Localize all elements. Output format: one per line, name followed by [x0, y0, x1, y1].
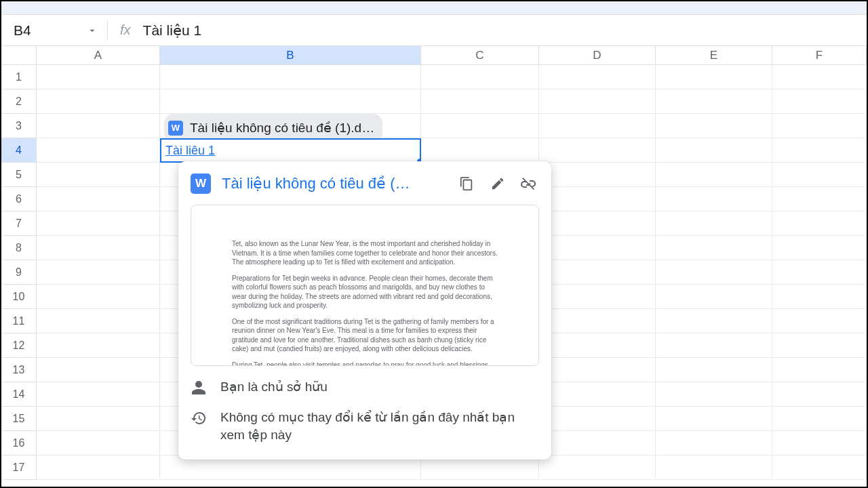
col-header-B[interactable]: B [160, 46, 421, 64]
cell-A10[interactable] [37, 285, 160, 309]
cell-D8[interactable] [539, 236, 656, 260]
cell-C4[interactable] [421, 138, 539, 163]
cell-D11[interactable] [539, 309, 656, 333]
cell-E6[interactable] [656, 187, 772, 211]
cell-E1[interactable] [656, 65, 772, 89]
cell-F14[interactable] [772, 382, 867, 407]
cell-E7[interactable] [656, 211, 772, 236]
row-header[interactable]: 16 [1, 431, 37, 455]
cell-A5[interactable] [37, 163, 160, 187]
row-header[interactable]: 14 [1, 382, 37, 407]
cell-D9[interactable] [539, 260, 656, 285]
copy-icon[interactable] [456, 174, 477, 194]
cell-A14[interactable] [37, 382, 160, 407]
cell-E4[interactable] [656, 138, 772, 163]
cell-D3[interactable] [539, 114, 656, 138]
cell-B1[interactable] [160, 65, 421, 89]
hover-card-title[interactable]: Tài liệu không có tiêu đề (… [222, 175, 446, 192]
cell-A7[interactable] [37, 211, 160, 236]
formula-input[interactable] [143, 22, 861, 39]
cell-F2[interactable] [772, 89, 867, 114]
cell-E14[interactable] [656, 382, 772, 407]
cell-E16[interactable] [656, 431, 772, 455]
cell-A2[interactable] [37, 89, 160, 114]
row-header[interactable]: 17 [1, 455, 37, 480]
cell-C3[interactable] [421, 114, 539, 138]
cell-F17[interactable] [772, 455, 867, 480]
cell-F9[interactable] [772, 260, 867, 285]
cell-F12[interactable] [772, 333, 867, 358]
cell-F10[interactable] [772, 285, 867, 309]
document-preview[interactable]: Tet, also known as the Lunar New Year, i… [191, 205, 539, 366]
cell-A8[interactable] [37, 236, 160, 260]
cell-D15[interactable] [539, 407, 656, 431]
select-all-corner[interactable] [1, 46, 37, 64]
cell-C1[interactable] [421, 65, 539, 89]
cell-E9[interactable] [656, 260, 772, 285]
row-header[interactable]: 6 [1, 187, 37, 211]
unlink-icon[interactable] [519, 174, 539, 194]
cell-D10[interactable] [539, 285, 656, 309]
cell-D2[interactable] [539, 89, 656, 114]
cell-E17[interactable] [656, 455, 772, 480]
cell-A9[interactable] [37, 260, 160, 285]
cell-E3[interactable] [656, 114, 772, 138]
cell-F1[interactable] [772, 65, 867, 89]
cell-D7[interactable] [539, 211, 656, 236]
cell-F5[interactable] [772, 163, 867, 187]
cell-E11[interactable] [656, 309, 772, 333]
cell-E13[interactable] [656, 358, 772, 382]
cell-D6[interactable] [539, 187, 656, 211]
cell-A6[interactable] [37, 187, 160, 211]
cell-D4[interactable] [539, 138, 656, 163]
row-header[interactable]: 15 [1, 407, 37, 431]
cell-B4[interactable]: Tài liêu 1 [160, 138, 421, 163]
cell-D14[interactable] [539, 382, 656, 407]
cell-B3[interactable]: WTài liệu không có tiêu đề (1).d… [160, 114, 421, 138]
cell-D17[interactable] [539, 455, 656, 480]
row-header[interactable]: 12 [1, 333, 37, 358]
cell-C2[interactable] [421, 89, 539, 114]
file-chip[interactable]: WTài liệu không có tiêu đề (1).d… [164, 114, 382, 138]
col-header-A[interactable]: A [37, 46, 160, 64]
cell-A13[interactable] [37, 358, 160, 382]
cell-E8[interactable] [656, 236, 772, 260]
cell-A3[interactable] [37, 114, 160, 138]
cell-D1[interactable] [539, 65, 656, 89]
row-header[interactable]: 11 [1, 309, 37, 333]
cell-E10[interactable] [656, 285, 772, 309]
cell-F13[interactable] [772, 358, 867, 382]
cell-A12[interactable] [37, 333, 160, 358]
row-header[interactable]: 1 [1, 65, 37, 89]
cell-A11[interactable] [37, 309, 160, 333]
cell-D13[interactable] [539, 358, 656, 382]
row-header[interactable]: 8 [1, 236, 37, 260]
cell-link[interactable]: Tài liêu 1 [165, 144, 215, 157]
cell-D5[interactable] [539, 163, 656, 187]
col-header-F[interactable]: F [772, 46, 867, 64]
row-header[interactable]: 3 [1, 114, 37, 138]
cell-F4[interactable] [772, 138, 867, 163]
cell-F11[interactable] [772, 309, 867, 333]
row-header[interactable]: 4 [1, 138, 37, 163]
cell-E15[interactable] [656, 407, 772, 431]
cell-B2[interactable] [160, 89, 421, 114]
cell-F7[interactable] [772, 211, 867, 236]
cell-A17[interactable] [37, 455, 160, 480]
row-header[interactable]: 9 [1, 260, 37, 285]
cell-F8[interactable] [772, 236, 867, 260]
cell-F3[interactable] [772, 114, 867, 138]
col-header-D[interactable]: D [539, 46, 656, 64]
cell-F6[interactable] [772, 187, 867, 211]
cell-A16[interactable] [37, 431, 160, 455]
cell-F16[interactable] [772, 431, 867, 455]
cell-D16[interactable] [539, 431, 656, 455]
cell-E5[interactable] [656, 163, 772, 187]
edit-icon[interactable] [488, 174, 508, 194]
row-header[interactable]: 10 [1, 285, 37, 309]
spreadsheet-grid[interactable]: A B C D E F 123WTài liệu không có tiêu đ… [1, 46, 867, 480]
row-header[interactable]: 5 [1, 163, 37, 187]
cell-E12[interactable] [656, 333, 772, 358]
cell-A1[interactable] [37, 65, 160, 89]
cell-A15[interactable] [37, 407, 160, 431]
